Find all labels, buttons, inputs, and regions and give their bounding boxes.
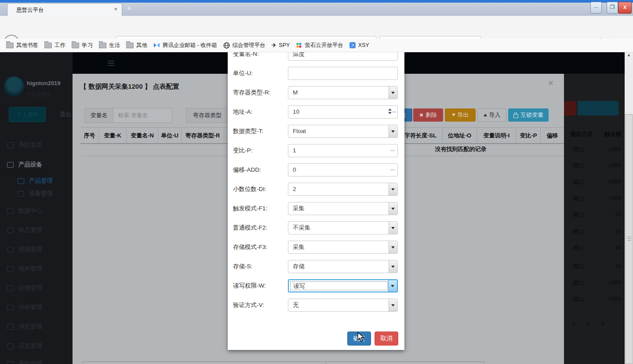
comment-icon	[7, 324, 14, 330]
dropdown-button[interactable]	[389, 86, 397, 99]
dropdown-button[interactable]	[389, 260, 397, 273]
point-config-dialog: 变量名-N: 温度 单位-U: 寄存器类型-R: M 地址-A: 10	[228, 35, 404, 350]
window-close-button[interactable]: x	[618, 2, 632, 14]
form-row-offset: 偏移-ADD: 0	[228, 160, 404, 180]
chevron-down-icon	[391, 285, 394, 287]
data-icon	[7, 208, 14, 214]
sidebar-item-rules: 规则管理	[7, 263, 42, 274]
upload-icon	[484, 114, 487, 116]
folder-icon	[44, 43, 52, 48]
dropdown-button[interactable]	[388, 280, 397, 292]
form-row-ratio: 变比-P: 1	[228, 141, 404, 160]
sidebar-item-device-mgmt: 设备管理	[18, 188, 53, 199]
sidebar-item-groups: 分组管理	[7, 302, 42, 313]
scroll-up-arrow[interactable]: ▲	[625, 53, 633, 57]
bookmark-folder-misc[interactable]: 其他	[126, 42, 147, 49]
dropdown-button[interactable]	[389, 183, 397, 195]
trigger-mode-select[interactable]: 采集	[288, 202, 398, 215]
bookmark-folder-other[interactable]: 其他书签	[6, 42, 38, 49]
dropdown-button[interactable]	[389, 299, 397, 311]
screen: hignton2019 平台管理员 个人资料 退出 系统首页 产品设备 产品管理…	[0, 0, 633, 364]
data-type-select[interactable]: Float	[288, 125, 398, 138]
minimize-button[interactable]: —	[590, 2, 602, 14]
rules-icon	[7, 266, 14, 272]
log-icon	[7, 343, 14, 349]
new-tab-button[interactable]: +	[127, 4, 131, 13]
bookmark-folder-life[interactable]: 生活	[99, 42, 120, 49]
arrow-square-icon: ↗	[349, 42, 356, 48]
form-row-verify-mode: 验证方式-V: 无	[228, 296, 404, 315]
panel-close-icon: ×	[548, 78, 553, 88]
sidebar-user-role: 平台管理员	[27, 91, 51, 98]
profile-button: 个人资料	[9, 107, 46, 122]
tab-title: 思普云平台	[16, 7, 44, 14]
page-scrollbar[interactable]: ▲	[625, 52, 633, 364]
dropdown-button[interactable]	[389, 125, 397, 137]
bottom-table-edge	[83, 361, 484, 364]
storage-select[interactable]: 存储	[288, 260, 398, 273]
dropdown-button[interactable]	[389, 222, 397, 234]
dropdown-button[interactable]	[389, 241, 397, 253]
occluded-interlock-button	[578, 101, 618, 115]
bookmark-tencent-mail[interactable]: 腾讯企业邮箱 - 收件箱	[153, 42, 217, 49]
system-icon	[7, 361, 14, 364]
cancel-button[interactable]: 取消	[375, 332, 398, 346]
form-row-unit: 单位-U:	[228, 64, 404, 83]
folder-icon	[99, 43, 106, 48]
sidebar-toggle-icon	[108, 61, 114, 67]
sidebar-item-messages: 消息管理	[7, 321, 42, 332]
no-records-text: 没有找到匹配的记录	[415, 143, 507, 156]
verify-mode-select[interactable]: 无	[288, 299, 398, 312]
logout-link: 退出	[60, 111, 71, 119]
sidebar-item-home: 系统首页	[7, 139, 42, 151]
spinner-divider	[392, 112, 397, 112]
mouse-cursor	[357, 332, 367, 342]
plane-icon: ✈	[272, 42, 277, 49]
register-type-select[interactable]: M	[288, 86, 398, 99]
device-list-icon	[18, 191, 24, 197]
variable-search-input: 检索 变量名	[113, 108, 172, 123]
bookmark-spy[interactable]: ✈ SPY	[272, 42, 290, 49]
spinner-divider	[390, 150, 395, 151]
form-row-rw-permission: 读写权限-W: 读写	[228, 276, 404, 296]
sidebar-item-video: 视频管理	[7, 244, 42, 255]
scrollbar-thumb[interactable]	[625, 114, 633, 364]
rw-permission-select[interactable]: 读写	[288, 279, 398, 292]
address-stepper[interactable]: 10	[288, 105, 398, 119]
sidebar-item-scada: 组态管理	[7, 224, 42, 236]
normal-mode-select[interactable]: 不采集	[288, 221, 398, 234]
sidebar-item-logs: 日志管理	[7, 340, 42, 352]
bookmark-folder-study[interactable]: 学习	[72, 42, 93, 49]
unit-input[interactable]	[288, 67, 398, 80]
offset-input[interactable]: 0	[288, 163, 398, 177]
restore-button[interactable]: ❐	[607, 2, 618, 14]
dropdown-button[interactable]	[389, 202, 397, 215]
device-icon	[7, 162, 14, 168]
browser-tab[interactable]: 思普云平台 ×	[7, 3, 122, 16]
download-icon	[452, 114, 455, 116]
export-button: 导出	[445, 108, 476, 122]
sidebar-item-ops: 运维管理	[7, 282, 42, 294]
panel-title: 【 数据网关采集1200 】 点表配置	[80, 83, 179, 91]
filter-name-label: 变量名	[84, 108, 113, 123]
folder-icon	[72, 43, 79, 48]
browser-titlebar: 思普云平台 × + — ❐ x	[0, 0, 633, 16]
gear-icon	[7, 227, 14, 233]
avatar	[4, 76, 24, 97]
chevron-down-icon	[391, 92, 395, 94]
ratio-input[interactable]: 1	[288, 144, 398, 157]
tab-close-icon[interactable]: ×	[114, 6, 117, 12]
bookmark-xsy[interactable]: ↗ XSY	[349, 42, 369, 48]
decimals-select[interactable]: 2	[288, 183, 398, 196]
form-row-decimals: 小数位数-DI: 2	[228, 180, 404, 199]
form-row-trigger-mode: 触发模式-F1: 采集	[228, 199, 404, 218]
storage-mode-select[interactable]: 采集	[288, 241, 398, 254]
bookmark-mgmt-platform[interactable]: 综合管理平台	[223, 42, 266, 49]
bookmark-ezviz[interactable]: 萤石云开放平台	[296, 42, 343, 49]
monitor-icon	[7, 247, 14, 252]
form-row-normal-mode: 普通模式-F2: 不采集	[228, 218, 404, 238]
bookmark-folder-work[interactable]: 工作	[44, 42, 65, 49]
spinner-arrows[interactable]	[387, 108, 393, 117]
delete-button: ✖ 删除	[413, 108, 443, 122]
sidebar-item-product-device: 产品设备	[7, 159, 42, 170]
